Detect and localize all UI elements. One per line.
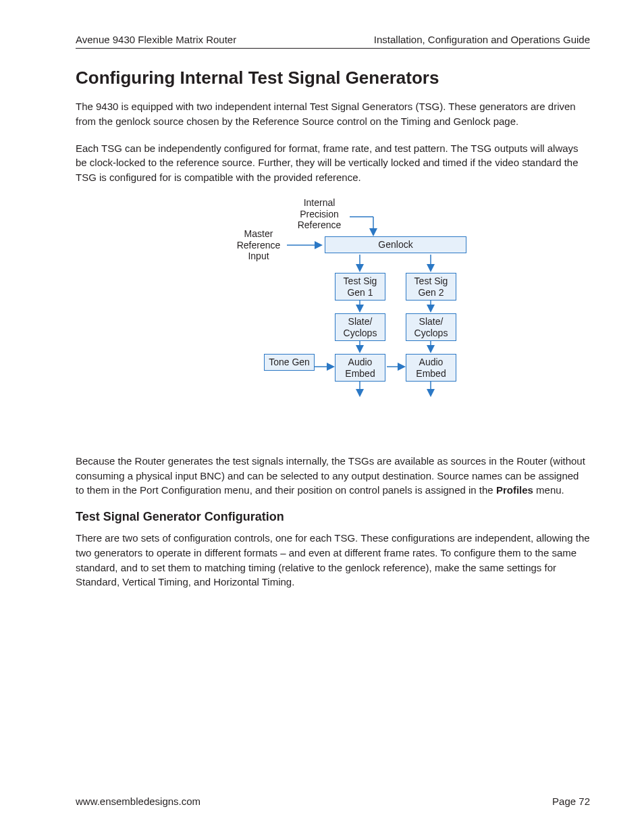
footer-page-number: Page 72 xyxy=(552,796,590,807)
document-page: Avenue 9430 Flexible Matrix Router Insta… xyxy=(0,0,644,834)
intro-paragraph-2: Each TSG can be independently configured… xyxy=(76,141,590,185)
tsg-config-paragraph: There are two sets of configuration cont… xyxy=(76,531,590,590)
box-tsg-2: Test Sig Gen 2 xyxy=(406,273,456,301)
box-audio-embed-1: Audio Embed xyxy=(335,354,385,382)
box-audio-embed-2: Audio Embed xyxy=(406,354,456,382)
tsg-block-diagram: Internal Precision Reference Master Refe… xyxy=(164,197,502,413)
header-right: Installation, Configuration and Operatio… xyxy=(374,34,590,45)
label-internal-precision-reference: Internal Precision Reference xyxy=(289,197,350,231)
box-slate-cyclops-2: Slate/ Cyclops xyxy=(406,313,456,342)
p3-profiles-bold: Profiles xyxy=(496,484,533,496)
header-left: Avenue 9430 Flexible Matrix Router xyxy=(76,34,236,45)
box-tone-gen: Tone Gen xyxy=(264,354,315,371)
label-master-reference-input: Master Reference Input xyxy=(232,228,286,262)
page-footer: www.ensembledesigns.com Page 72 xyxy=(76,796,590,807)
p3-part-b: menu. xyxy=(533,484,564,496)
box-genlock: Genlock xyxy=(325,236,466,253)
page-title: Configuring Internal Test Signal Generat… xyxy=(76,68,590,88)
intro-paragraph-1: The 9430 is equipped with two independen… xyxy=(76,99,590,129)
subheading-tsg-config: Test Signal Generator Configuration xyxy=(76,510,590,524)
router-sources-paragraph: Because the Router generates the test si… xyxy=(76,454,590,498)
box-tsg-1: Test Sig Gen 1 xyxy=(335,273,385,301)
box-slate-cyclops-1: Slate/ Cyclops xyxy=(335,313,385,342)
page-header: Avenue 9430 Flexible Matrix Router Insta… xyxy=(76,34,590,49)
footer-url: www.ensembledesigns.com xyxy=(76,796,200,807)
